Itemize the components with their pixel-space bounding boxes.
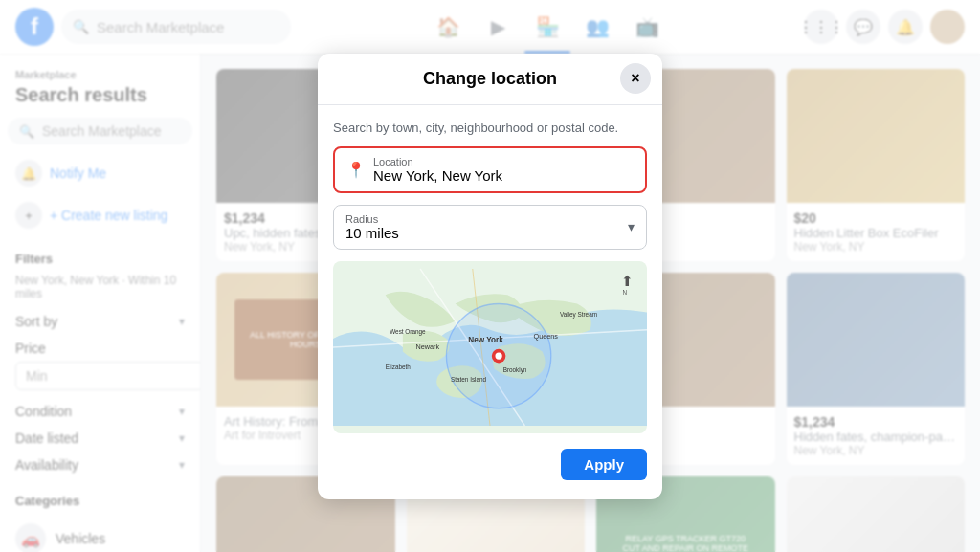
radius-label: Radius: [345, 213, 628, 225]
modal-subtitle: Search by town, city, neighbourhood or p…: [333, 121, 647, 135]
radius-inner: Radius 10 miles: [345, 213, 628, 241]
svg-text:Staten Island: Staten Island: [451, 376, 487, 383]
modal-footer: Apply: [333, 449, 647, 484]
svg-text:Queens: Queens: [534, 331, 559, 340]
radius-select-wrapper[interactable]: Radius 10 miles ▾: [333, 205, 647, 250]
location-input-inner: Location New York, New York: [373, 156, 634, 184]
location-input-label: Location: [373, 156, 634, 167]
location-input-value: New York, New York: [373, 167, 634, 184]
svg-text:N: N: [622, 289, 627, 296]
svg-text:Elizabeth: Elizabeth: [386, 363, 412, 369]
modal-header: Change location ×: [318, 54, 662, 105]
modal-title: Change location: [423, 69, 557, 89]
map-container: New York Newark West Orange Elizabeth St…: [333, 261, 647, 433]
svg-text:Valley Stream: Valley Stream: [560, 311, 597, 319]
location-pin-icon: 📍: [346, 161, 366, 179]
svg-text:West Orange: West Orange: [390, 328, 426, 336]
svg-text:Newark: Newark: [416, 342, 440, 350]
svg-text:Brooklyn: Brooklyn: [503, 365, 527, 373]
svg-text:New York: New York: [468, 336, 503, 344]
radius-value: 10 miles: [345, 225, 628, 241]
modal-close-button[interactable]: ×: [620, 63, 651, 94]
svg-point-6: [495, 352, 501, 359]
modal-body: Search by town, city, neighbourhood or p…: [318, 105, 662, 499]
apply-button[interactable]: Apply: [561, 449, 647, 480]
svg-text:⬆: ⬆: [621, 274, 634, 289]
chevron-down-icon: ▾: [628, 219, 635, 234]
location-input-wrapper[interactable]: 📍 Location New York, New York: [333, 146, 647, 193]
change-location-modal: Change location × Search by town, city, …: [318, 54, 662, 499]
